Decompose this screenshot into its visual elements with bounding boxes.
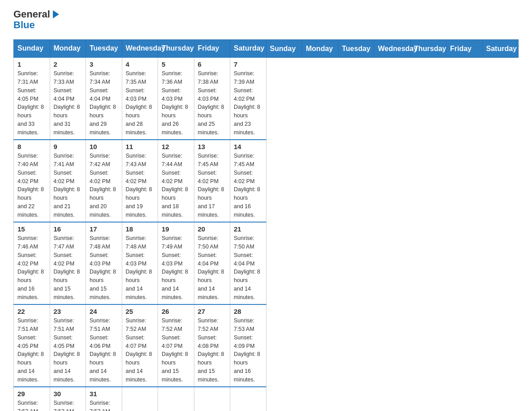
logo: General Blue <box>13 9 61 30</box>
day-info: Sunrise: 7:49 AMSunset: 4:03 PMDaylight:… <box>162 234 190 301</box>
day-number: 14 <box>234 143 262 150</box>
calendar-cell <box>230 387 266 411</box>
calendar-cell <box>158 387 194 411</box>
day-number: 26 <box>162 308 190 315</box>
day-number: 8 <box>17 143 46 150</box>
day-number: 30 <box>54 390 82 398</box>
calendar-cell: 22 Sunrise: 7:51 AMSunset: 4:05 PMDaylig… <box>14 304 50 387</box>
day-info: Sunrise: 7:41 AMSunset: 4:02 PMDaylight:… <box>54 152 82 219</box>
week-row-1: 1 Sunrise: 7:31 AMSunset: 4:05 PMDayligh… <box>14 57 519 140</box>
day-info: Sunrise: 7:52 AMSunset: 4:08 PMDaylight:… <box>198 317 227 384</box>
col-header-friday: Friday <box>446 40 483 58</box>
day-info: Sunrise: 7:50 AMSunset: 4:04 PMDaylight:… <box>234 234 262 301</box>
logo-general: General <box>13 9 50 20</box>
day-number: 21 <box>234 225 262 233</box>
day-info: Sunrise: 7:45 AMSunset: 4:02 PMDaylight:… <box>198 152 227 219</box>
calendar-cell: 13 Sunrise: 7:45 AMSunset: 4:02 PMDaylig… <box>194 140 230 222</box>
day-number: 3 <box>90 60 118 68</box>
col-header-sunday: Sunday <box>266 40 302 58</box>
col-header-friday: Friday <box>194 40 230 58</box>
day-number: 11 <box>126 143 154 150</box>
day-info: Sunrise: 7:39 AMSunset: 4:02 PMDaylight:… <box>234 69 262 137</box>
calendar-cell: 27 Sunrise: 7:52 AMSunset: 4:08 PMDaylig… <box>194 304 230 387</box>
day-number: 23 <box>54 308 82 315</box>
day-number: 18 <box>126 225 154 233</box>
day-number: 9 <box>54 143 82 150</box>
calendar-header-row: SundayMondayTuesdayWednesdayThursdayFrid… <box>14 40 519 58</box>
calendar-cell: 24 Sunrise: 7:51 AMSunset: 4:06 PMDaylig… <box>86 304 122 387</box>
calendar-cell: 29 Sunrise: 7:53 AMSunset: 4:10 PMDaylig… <box>14 387 50 411</box>
calendar-cell: 7 Sunrise: 7:39 AMSunset: 4:02 PMDayligh… <box>230 57 266 140</box>
day-info: Sunrise: 7:38 AMSunset: 4:03 PMDaylight:… <box>198 69 227 137</box>
col-header-monday: Monday <box>302 40 339 58</box>
logo-arrow-icon <box>51 9 61 19</box>
calendar-cell: 1 Sunrise: 7:31 AMSunset: 4:05 PMDayligh… <box>14 57 50 140</box>
day-info: Sunrise: 7:51 AMSunset: 4:05 PMDaylight:… <box>17 317 46 384</box>
col-header-sunday: Sunday <box>14 40 50 58</box>
day-info: Sunrise: 7:48 AMSunset: 4:03 PMDaylight:… <box>126 234 154 301</box>
calendar-cell: 31 Sunrise: 7:53 AMSunset: 4:11 PMDaylig… <box>86 387 122 411</box>
col-header-tuesday: Tuesday <box>86 40 122 58</box>
day-number: 25 <box>126 308 154 315</box>
page-header: General Blue <box>13 9 519 30</box>
calendar-cell: 20 Sunrise: 7:50 AMSunset: 4:04 PMDaylig… <box>194 222 230 304</box>
calendar-cell: 14 Sunrise: 7:45 AMSunset: 4:02 PMDaylig… <box>230 140 266 222</box>
day-info: Sunrise: 7:47 AMSunset: 4:02 PMDaylight:… <box>54 234 82 301</box>
day-info: Sunrise: 7:52 AMSunset: 4:07 PMDaylight:… <box>162 317 190 384</box>
col-header-monday: Monday <box>50 40 86 58</box>
day-number: 17 <box>90 225 118 233</box>
calendar-cell: 30 Sunrise: 7:53 AMSunset: 4:10 PMDaylig… <box>50 387 86 411</box>
day-info: Sunrise: 7:51 AMSunset: 4:06 PMDaylight:… <box>90 317 118 384</box>
calendar-cell: 5 Sunrise: 7:36 AMSunset: 4:03 PMDayligh… <box>158 57 194 140</box>
week-row-5: 29 Sunrise: 7:53 AMSunset: 4:10 PMDaylig… <box>14 387 519 411</box>
day-number: 28 <box>234 308 262 315</box>
calendar-cell: 11 Sunrise: 7:43 AMSunset: 4:02 PMDaylig… <box>122 140 158 222</box>
logo-blue: Blue <box>13 20 35 30</box>
col-header-saturday: Saturday <box>482 40 519 58</box>
day-info: Sunrise: 7:45 AMSunset: 4:02 PMDaylight:… <box>234 152 262 219</box>
calendar-cell: 8 Sunrise: 7:40 AMSunset: 4:02 PMDayligh… <box>14 140 50 222</box>
day-info: Sunrise: 7:53 AMSunset: 4:10 PMDaylight:… <box>17 399 46 411</box>
day-number: 27 <box>198 308 227 315</box>
day-info: Sunrise: 7:48 AMSunset: 4:03 PMDaylight:… <box>90 234 118 301</box>
calendar-cell: 12 Sunrise: 7:44 AMSunset: 4:02 PMDaylig… <box>158 140 194 222</box>
calendar-table: SundayMondayTuesdayWednesdayThursdayFrid… <box>13 39 519 411</box>
calendar-cell: 16 Sunrise: 7:47 AMSunset: 4:02 PMDaylig… <box>50 222 86 304</box>
day-info: Sunrise: 7:50 AMSunset: 4:04 PMDaylight:… <box>198 234 227 301</box>
day-info: Sunrise: 7:53 AMSunset: 4:11 PMDaylight:… <box>90 399 118 411</box>
day-info: Sunrise: 7:40 AMSunset: 4:02 PMDaylight:… <box>17 152 46 219</box>
calendar-cell: 21 Sunrise: 7:50 AMSunset: 4:04 PMDaylig… <box>230 222 266 304</box>
day-number: 5 <box>162 60 190 68</box>
day-number: 10 <box>90 143 118 150</box>
calendar-cell: 17 Sunrise: 7:48 AMSunset: 4:03 PMDaylig… <box>86 222 122 304</box>
day-number: 15 <box>17 225 46 233</box>
calendar-cell: 28 Sunrise: 7:53 AMSunset: 4:09 PMDaylig… <box>230 304 266 387</box>
day-number: 20 <box>198 225 227 233</box>
col-header-tuesday: Tuesday <box>338 40 374 58</box>
calendar-cell <box>194 387 230 411</box>
day-number: 6 <box>198 60 227 68</box>
day-number: 29 <box>17 390 46 398</box>
day-number: 22 <box>17 308 46 315</box>
calendar-cell: 26 Sunrise: 7:52 AMSunset: 4:07 PMDaylig… <box>158 304 194 387</box>
day-number: 12 <box>162 143 190 150</box>
day-number: 31 <box>90 390 118 398</box>
day-info: Sunrise: 7:31 AMSunset: 4:05 PMDaylight:… <box>17 69 46 137</box>
col-header-saturday: Saturday <box>230 40 266 58</box>
day-number: 1 <box>17 60 46 68</box>
day-number: 4 <box>126 60 154 68</box>
col-header-thursday: Thursday <box>410 40 446 58</box>
week-row-4: 22 Sunrise: 7:51 AMSunset: 4:05 PMDaylig… <box>14 304 519 387</box>
week-row-2: 8 Sunrise: 7:40 AMSunset: 4:02 PMDayligh… <box>14 140 519 222</box>
day-number: 7 <box>234 60 262 68</box>
svg-marker-0 <box>53 10 59 18</box>
week-row-3: 15 Sunrise: 7:46 AMSunset: 4:02 PMDaylig… <box>14 222 519 304</box>
calendar-cell: 15 Sunrise: 7:46 AMSunset: 4:02 PMDaylig… <box>14 222 50 304</box>
day-number: 24 <box>90 308 118 315</box>
day-info: Sunrise: 7:33 AMSunset: 4:04 PMDaylight:… <box>54 69 82 137</box>
day-info: Sunrise: 7:43 AMSunset: 4:02 PMDaylight:… <box>126 152 154 219</box>
day-number: 2 <box>54 60 82 68</box>
day-info: Sunrise: 7:36 AMSunset: 4:03 PMDaylight:… <box>162 69 190 137</box>
calendar-cell: 3 Sunrise: 7:34 AMSunset: 4:04 PMDayligh… <box>86 57 122 140</box>
calendar-cell: 4 Sunrise: 7:35 AMSunset: 4:03 PMDayligh… <box>122 57 158 140</box>
